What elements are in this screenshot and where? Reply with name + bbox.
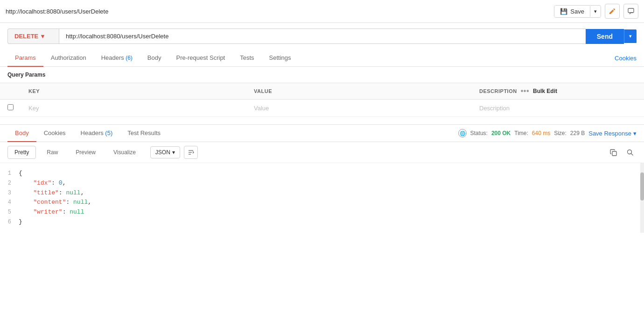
save-icon: 💾 xyxy=(560,8,567,15)
response-tab-body[interactable]: Body xyxy=(7,125,36,142)
save-button[interactable]: 💾 Save xyxy=(554,6,590,17)
globe-icon: 🌐 xyxy=(458,129,467,137)
table-row: Key Value Description xyxy=(0,100,644,117)
time-label: Time: xyxy=(514,130,528,136)
response-tab-test-results[interactable]: Test Results xyxy=(120,125,168,142)
code-content: } xyxy=(19,217,640,227)
line-number: 2 xyxy=(4,179,19,188)
search-button[interactable] xyxy=(623,146,637,159)
line-number: 6 xyxy=(4,218,19,227)
response-section: Body Cookies Headers (5) Test Results 🌐 … xyxy=(0,124,644,233)
code-content: "idx": 0, xyxy=(19,179,640,188)
save-response-arrow: ▾ xyxy=(633,130,637,137)
request-tabs: Params Authorization Headers (6) Body Pr… xyxy=(0,50,644,67)
value-cell[interactable]: Value xyxy=(246,100,472,117)
response-tab-headers[interactable]: Headers (5) xyxy=(73,125,120,142)
request-bar: DELETE ▾ Send ▾ xyxy=(0,23,644,50)
desc-col-header: DESCRIPTION ••• Bulk Edit xyxy=(472,83,644,100)
response-tab-cookies[interactable]: Cookies xyxy=(36,125,73,142)
scrollbar-track[interactable] xyxy=(640,163,644,233)
response-headers-badge: (5) xyxy=(104,129,113,136)
save-response-button[interactable]: Save Response ▾ xyxy=(588,130,637,137)
response-tabs-row: Body Cookies Headers (5) Test Results 🌐 … xyxy=(0,125,644,142)
json-type-select[interactable]: JSON ▾ xyxy=(150,146,180,158)
comment-icon xyxy=(628,8,634,14)
key-cell[interactable]: Key xyxy=(21,100,246,117)
code-area: 1 { 2 "idx": 0, 3 "title": null, 4 "cont… xyxy=(0,163,644,233)
line-number: 3 xyxy=(4,189,19,198)
method-arrow: ▾ xyxy=(41,33,44,40)
edit-icon xyxy=(609,8,616,14)
line-number: 1 xyxy=(4,169,19,178)
more-options-icon[interactable]: ••• xyxy=(521,87,529,95)
json-select-arrow: ▾ xyxy=(172,149,175,156)
code-line-1: 1 { xyxy=(0,169,644,179)
method-selector[interactable]: DELETE ▾ xyxy=(7,29,59,44)
description-cell[interactable]: Description xyxy=(472,100,644,117)
code-line-2: 2 "idx": 0, xyxy=(0,179,644,188)
format-toolbar: Pretty Raw Preview Visualize JSON ▾ xyxy=(0,142,644,163)
tab-body[interactable]: Body xyxy=(140,50,169,67)
code-content: "title": null, xyxy=(19,188,640,198)
method-label: DELETE xyxy=(14,33,38,40)
code-content: "content": null, xyxy=(19,198,640,207)
params-table: KEY VALUE DESCRIPTION ••• Bulk Edit Key … xyxy=(0,83,644,117)
scrollbar-thumb[interactable] xyxy=(640,172,644,200)
tab-params[interactable]: Params xyxy=(7,50,43,67)
save-button-group: 💾 Save ▾ xyxy=(554,5,601,18)
top-bar-actions: 💾 Save ▾ xyxy=(554,4,638,19)
line-number: 4 xyxy=(4,198,19,207)
line-number: 5 xyxy=(4,208,19,217)
size-value: 229 B xyxy=(570,130,585,136)
key-col-header: KEY xyxy=(21,83,246,100)
cookies-link[interactable]: Cookies xyxy=(615,55,637,62)
bulk-edit-button[interactable]: Bulk Edit xyxy=(533,88,557,94)
row-checkbox-cell xyxy=(0,100,21,117)
status-value: 200 OK xyxy=(491,130,511,136)
top-bar: http://localhost:8080/users/UserDelete 💾… xyxy=(0,0,644,23)
url-input[interactable] xyxy=(59,29,586,44)
code-content: "writer": null xyxy=(19,207,640,217)
query-params-label: Query Params xyxy=(0,67,644,83)
tab-settings[interactable]: Settings xyxy=(262,50,299,67)
edit-icon-button[interactable] xyxy=(605,4,620,19)
code-line-3: 3 "title": null, xyxy=(0,188,644,198)
send-dropdown-arrow[interactable]: ▾ xyxy=(624,29,637,43)
copy-icon xyxy=(610,149,617,156)
top-bar-url: http://localhost:8080/users/UserDelete xyxy=(6,8,108,15)
search-icon xyxy=(627,149,634,156)
tab-headers[interactable]: Headers (6) xyxy=(94,50,140,67)
toolbar-right xyxy=(607,146,637,159)
wrap-button[interactable] xyxy=(184,146,198,159)
svg-point-5 xyxy=(627,150,631,154)
format-tab-preview[interactable]: Preview xyxy=(69,146,103,159)
copy-button[interactable] xyxy=(607,146,620,159)
tab-tests[interactable]: Tests xyxy=(232,50,261,67)
save-dropdown-arrow[interactable]: ▾ xyxy=(590,6,601,17)
send-button-group: Send ▾ xyxy=(586,29,637,44)
chat-icon-button[interactable] xyxy=(623,4,638,19)
headers-badge: (6) xyxy=(124,55,133,61)
response-meta: 🌐 Status: 200 OK Time: 640 ms Size: 229 … xyxy=(458,129,637,137)
time-value: 640 ms xyxy=(532,130,550,136)
row-checkbox[interactable] xyxy=(7,104,14,110)
checkbox-col-header xyxy=(0,83,21,100)
code-line-5: 5 "writer": null xyxy=(0,207,644,217)
value-col-header: VALUE xyxy=(246,83,472,100)
code-content: { xyxy=(19,169,640,179)
wrap-icon xyxy=(188,149,194,156)
code-line-4: 4 "content": null, xyxy=(0,198,644,207)
tab-pre-request-script[interactable]: Pre-request Script xyxy=(168,50,232,67)
format-tab-raw[interactable]: Raw xyxy=(40,146,65,159)
code-line-6: 6 } xyxy=(0,217,644,227)
format-tab-visualize[interactable]: Visualize xyxy=(106,146,143,159)
svg-line-6 xyxy=(631,153,633,155)
send-button[interactable]: Send xyxy=(586,29,624,44)
size-label: Size: xyxy=(554,130,567,136)
tab-authorization[interactable]: Authorization xyxy=(43,50,94,67)
format-tab-pretty[interactable]: Pretty xyxy=(7,146,36,159)
status-label: Status: xyxy=(470,130,488,136)
svg-rect-4 xyxy=(612,151,616,156)
svg-rect-0 xyxy=(628,8,634,13)
